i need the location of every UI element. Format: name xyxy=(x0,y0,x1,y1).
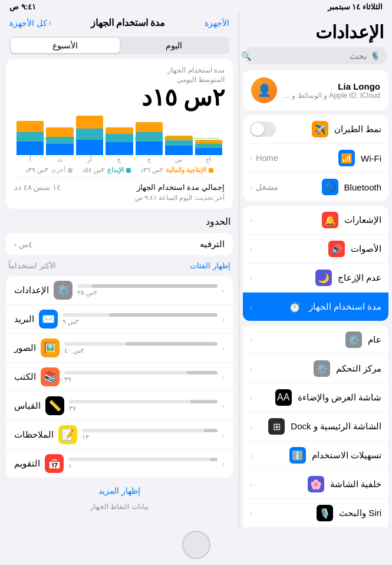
big-time: ٢س ١٥د xyxy=(14,84,225,111)
list-item[interactable]: › ١ 📅 التقويم xyxy=(6,449,233,478)
search-input[interactable] xyxy=(255,51,367,61)
settings-item[interactable]: خلفية الشاشة 🌸 › xyxy=(243,470,388,499)
devices-link[interactable]: › كل الأجهزة xyxy=(9,18,51,28)
chevron-icon: › xyxy=(222,373,225,382)
item-icon: ℹ️ xyxy=(289,447,306,464)
legend-item: أخرى ٣س ٣٩د xyxy=(25,166,73,174)
settings-item[interactable]: Bluetooth 🔵 مشغل› xyxy=(243,173,388,201)
home-button[interactable] xyxy=(182,531,210,559)
stats-row: إجمالي مدة استخدام الجهاز ١٤ سس ٤٨ دد xyxy=(14,178,225,194)
avg-label: متوسط xyxy=(199,139,218,146)
chevron-icon: › xyxy=(250,154,252,163)
profile-card[interactable]: Lia Longo Apple ID, iCloud و الوسائط و .… xyxy=(243,70,388,110)
apps-card: › ٢س ٢٥ ⚙️ الإعدادات › ٣س ٩ ✉️ البريد › xyxy=(6,276,233,478)
chevron-icon: › xyxy=(222,431,225,439)
settings-panel: الإعدادات 🎙️ 🔍 Lia Longo Apple ID, iClou… xyxy=(239,12,392,527)
screen-time-footer: بيانات النقاط الجهاز xyxy=(0,500,239,513)
list-item[interactable]: › ٣٧ 📏 القياس xyxy=(6,392,233,421)
status-bar: الثلاثاء ١٤ سبتمبر ٩:٤١ ص xyxy=(0,0,392,12)
settings-item[interactable]: مدة استخدام الجهاز ⏱️ › xyxy=(243,293,388,321)
settings-item[interactable]: شاشة العرض والإضاءة AA › xyxy=(243,383,388,412)
settings-item[interactable]: عام ⚙️ › xyxy=(243,326,388,354)
chevron-icon: › xyxy=(222,315,225,324)
screen-time-card: مدة استخدام الجهاز المتوسط اليومي ٢س ١٥د… xyxy=(6,59,233,209)
chevron-icon: › xyxy=(250,480,252,489)
item-icon: 🔊 xyxy=(328,241,345,257)
legend-item: الإنتاجية والمالية ٢س ٣٦د xyxy=(140,166,213,174)
back-link[interactable]: الأجهزة xyxy=(205,18,229,28)
item-icon: 📶 xyxy=(338,150,355,166)
status-time: ٩:٤١ ص xyxy=(9,2,36,11)
item-icon: 🔵 xyxy=(322,179,338,195)
chevron-icon: › xyxy=(222,344,225,353)
bar-group: أر xyxy=(76,116,103,163)
chart-legend: الإنتاجية والمالية ٢س ٣٦د الإبداع ٢س ٥٤د… xyxy=(14,166,225,174)
chevron-icon: › xyxy=(250,451,252,460)
most-used-header: إظهار الفئات الأكثر استخداماً xyxy=(0,259,239,272)
item-value: مشغل xyxy=(256,182,278,192)
chevron-icon: › xyxy=(250,216,252,225)
bar-group: أ xyxy=(17,116,44,163)
item-label: Siri والبحث xyxy=(339,508,381,518)
bar-group: خ xyxy=(106,116,133,163)
item-label: عدم الإزعاج xyxy=(338,272,381,283)
bar-chart: متوسط أ ث أر خ xyxy=(14,116,225,163)
chevron-icon: › xyxy=(250,303,252,311)
item-label: نمط الطيران xyxy=(334,124,381,134)
chevron-icon: › xyxy=(14,240,17,249)
limits-label: الحدود xyxy=(206,216,230,227)
item-label: خلفية الشاشة xyxy=(330,479,381,490)
mic-icon[interactable]: 🎙️ xyxy=(370,51,380,61)
settings-item[interactable]: Wi-Fi 📶 Home› xyxy=(243,144,388,173)
item-icon: AA xyxy=(275,389,292,406)
item-label: Bluetooth xyxy=(344,182,381,192)
settings-item[interactable]: تسهيلات الاستخدام ℹ️ › xyxy=(243,441,388,470)
show-more-link[interactable]: إظهار المزيد xyxy=(0,481,239,500)
settings-item[interactable]: الإشعارات 🔔 › xyxy=(243,206,388,235)
chevron-icon: › xyxy=(250,422,252,431)
main-container: الإعدادات 🎙️ 🔍 Lia Longo Apple ID, iClou… xyxy=(0,12,392,527)
settings-group: نمط الطيران ✈️ Wi-Fi 📶 Home› Bluetooth 🔵… xyxy=(243,115,388,201)
settings-item[interactable]: Siri والبحث 🎙️ › xyxy=(243,499,388,527)
list-item[interactable]: › ١٣ 📝 الملاحظات xyxy=(6,421,233,449)
limits-row[interactable]: الترفيه ٤س › xyxy=(6,233,233,255)
settings-group: عام ⚙️ › مركز التحكم ⚙️ › شاشة العرض وال… xyxy=(243,326,388,527)
chevron-icon: › xyxy=(250,336,252,344)
item-icon: ⏱️ xyxy=(286,298,303,315)
settings-item[interactable]: الأصوات 🔊 › xyxy=(243,235,388,264)
list-item[interactable]: › ٢س ٤٠ 🖼️ الصور xyxy=(6,334,233,363)
item-label: مركز التحكم xyxy=(336,363,381,374)
home-bar xyxy=(0,527,392,565)
list-item[interactable]: › ٣٩ 📚 الكتب xyxy=(6,363,233,392)
chart-area: أ ث أر خ ج xyxy=(14,116,225,163)
settings-item[interactable]: عدم الإزعاج 🌙 › xyxy=(243,264,388,293)
chevron-icon: › xyxy=(222,459,225,468)
card-label: مدة استخدام الجهاز xyxy=(14,66,225,74)
list-item[interactable]: › ٢س ٢٥ ⚙️ الإعدادات xyxy=(6,276,233,305)
settings-item[interactable]: مركز التحكم ⚙️ › xyxy=(243,354,388,383)
limits-header: الحدود xyxy=(0,213,239,229)
status-date: الثلاثاء ١٤ سبتمبر xyxy=(328,2,383,11)
chevron-icon: › xyxy=(250,509,252,518)
settings-groups: نمط الطيران ✈️ Wi-Fi 📶 Home› Bluetooth 🔵… xyxy=(239,115,392,527)
bar-group: ج xyxy=(136,116,163,163)
segment-week[interactable]: الأسبوع xyxy=(11,38,120,53)
list-item[interactable]: › ٣س ٩ ✉️ البريد xyxy=(6,305,233,334)
show-categories-link[interactable]: إظهار الفئات xyxy=(190,261,230,270)
item-label: الشاشة الرئيسية و Dock xyxy=(291,421,381,432)
settings-item[interactable]: نمط الطيران ✈️ xyxy=(243,115,388,144)
entertainment-value: ٤س › xyxy=(14,240,32,249)
screen-time-panel: الأجهزة مدة استخدام الجهاز › كل الأجهزة … xyxy=(0,12,239,527)
bar-group: س xyxy=(165,116,192,163)
item-icon: 🌙 xyxy=(315,270,332,286)
item-label: Wi-Fi xyxy=(361,153,381,163)
item-icon: ⚙️ xyxy=(314,360,330,377)
toggle[interactable] xyxy=(250,121,276,137)
updated-label: آخر تحديث: اليوم الساعة ٩:٤١ ص xyxy=(14,194,225,202)
segment-today[interactable]: اليوم xyxy=(120,38,229,53)
item-icon: 🔔 xyxy=(322,212,338,228)
search-icon: 🔍 xyxy=(241,51,251,61)
segment-control: اليوم الأسبوع xyxy=(9,37,229,54)
chevron-icon: › xyxy=(250,364,252,373)
settings-item[interactable]: الشاشة الرئيسية و Dock ⊞ › xyxy=(243,412,388,441)
